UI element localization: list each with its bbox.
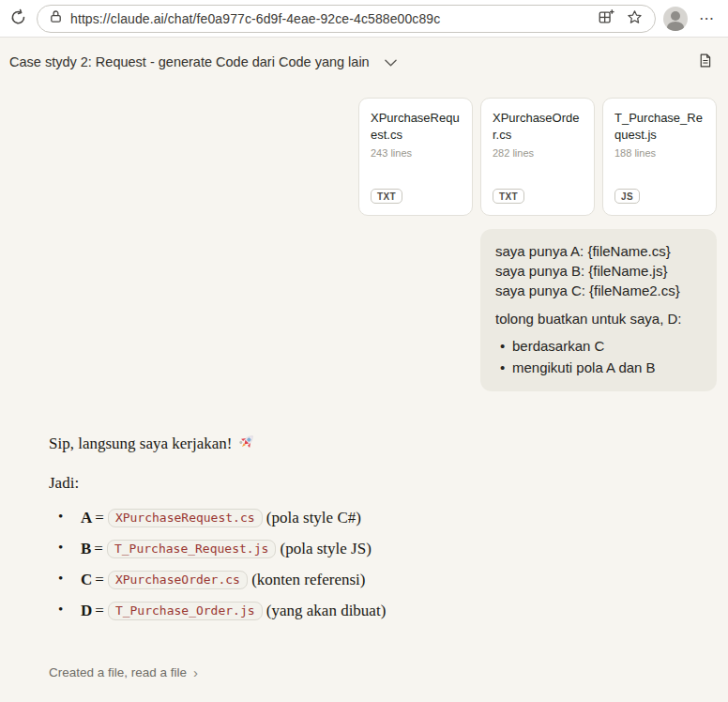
tool-summary-toggle[interactable]: Created a file, read a file ›	[49, 665, 198, 679]
attached-files-row: XPurchaseRequest.cs 243 lines TXT XPurch…	[11, 98, 717, 216]
mapping-letter: A	[81, 509, 92, 526]
split-screen-button[interactable]	[596, 7, 616, 30]
user-message-bubble: saya punya A: {fileName.cs} saya punya B…	[480, 229, 717, 391]
file-line-count: 188 lines	[614, 147, 705, 159]
browser-toolbar: https://claude.ai/chat/fe0a977c-6d9f-4ea…	[0, 0, 728, 38]
mapping-note: (pola style JS)	[281, 540, 372, 557]
mapping-item: A=XPurchaseRequest.cs (pola style C#)	[49, 509, 717, 527]
file-card[interactable]: T_Purchase_Request.js 188 lines JS	[602, 98, 717, 216]
file-name: XPurchaseRequest.cs	[371, 110, 461, 144]
user-bullet: berdasarkan C	[495, 336, 702, 356]
star-icon	[626, 8, 644, 29]
mapping-note: (pola style C#)	[266, 509, 361, 526]
mapping-letter: C	[81, 571, 92, 588]
profile-avatar[interactable]	[663, 7, 688, 31]
chat-files-button[interactable]	[695, 51, 715, 73]
inline-code: XPurchaseOrder.cs	[108, 571, 248, 589]
assistant-jadi: Jadi:	[49, 474, 717, 493]
mapping-letter: D	[81, 602, 92, 619]
user-bullet: mengikuti pola A dan B	[495, 358, 702, 377]
file-card[interactable]: XPurchaseRequest.cs 243 lines TXT	[358, 98, 473, 216]
refresh-button[interactable]	[8, 7, 29, 31]
url-text: https://claude.ai/chat/fe0a977c-6d9f-4ea…	[70, 11, 588, 26]
chat-content: XPurchaseRequest.cs 243 lines TXT XPurch…	[0, 98, 728, 702]
tool-summary-label: Created a file, read a file	[49, 665, 187, 679]
file-name: XPurchaseOrder.cs	[493, 110, 583, 144]
file-line-count: 282 lines	[493, 147, 583, 159]
user-message-line: saya punya A: {fileName.cs} saya punya B…	[495, 241, 702, 300]
chat-header: Case stydy 2: Request - generate Code da…	[0, 38, 728, 86]
ellipsis-icon: ⋯	[697, 9, 717, 27]
mapping-note: (konten referensi)	[251, 571, 365, 588]
site-info-lock-icon[interactable]	[49, 9, 63, 27]
file-line-count: 243 lines	[371, 147, 461, 159]
inline-code: T_Purchase_Request.js	[107, 540, 276, 558]
mapping-item: C=XPurchaseOrder.cs (konten referensi)	[49, 571, 717, 589]
favorite-button[interactable]	[624, 7, 645, 31]
inline-code: XPurchaseRequest.cs	[108, 509, 263, 527]
chat-title: Case stydy 2: Request - generate Code da…	[9, 54, 370, 69]
file-card[interactable]: XPurchaseOrder.cs 282 lines TXT	[480, 98, 595, 216]
mapping-letter: B	[81, 540, 91, 557]
chat-title-button[interactable]: Case stydy 2: Request - generate Code da…	[9, 54, 397, 69]
address-bar[interactable]: https://claude.ai/chat/fe0a977c-6d9f-4ea…	[37, 5, 656, 33]
mapping-item: B=T_Purchase_Request.js (pola style JS)	[49, 540, 717, 558]
file-type-badge: JS	[614, 189, 640, 204]
file-name: T_Purchase_Request.js	[614, 110, 705, 144]
file-type-badge: TXT	[493, 189, 524, 204]
refresh-icon	[9, 8, 27, 29]
user-message-bullets: berdasarkan C mengikuti pola A dan B	[495, 336, 702, 377]
assistant-intro: Sip, langsung saya kerjakan!	[49, 433, 717, 455]
document-icon	[697, 53, 713, 71]
chevron-right-icon: ›	[193, 665, 198, 679]
mapping-note: (yang akan dibuat)	[266, 602, 386, 619]
mapping-item: D=T_Purchase_Order.js (yang akan dibuat)	[49, 602, 717, 620]
assistant-message: Sip, langsung saya kerjakan! Jadi:	[49, 433, 717, 620]
inline-code: T_Purchase_Order.js	[108, 602, 263, 620]
mapping-list: A=XPurchaseRequest.cs (pola style C#) B=…	[49, 509, 717, 620]
browser-menu-button[interactable]: ⋯	[695, 8, 719, 29]
file-type-badge: TXT	[371, 189, 402, 204]
user-message-line: tolong buatkan untuk saya, D:	[495, 309, 702, 328]
rocket-emoji	[238, 433, 256, 455]
chevron-down-icon	[385, 55, 397, 69]
split-screen-icon	[598, 8, 614, 28]
